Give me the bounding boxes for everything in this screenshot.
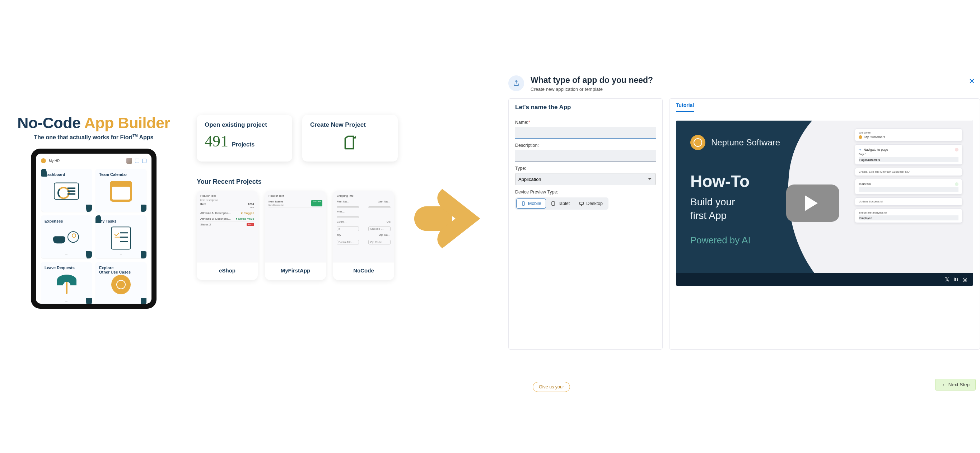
type-label: Type: bbox=[515, 166, 656, 171]
segment-tablet[interactable]: Tablet bbox=[546, 199, 574, 208]
recent-projects-row: Header Text item description Item1234Uni… bbox=[197, 191, 398, 280]
dialog-subtitle: Create new application or template bbox=[531, 86, 653, 92]
tablet-frame: My HR Dashboard— Team Calendar— Expenses… bbox=[31, 149, 156, 309]
hero-title-a: No-Code bbox=[17, 114, 84, 131]
dialog-title: What type of app do you need? bbox=[531, 75, 653, 85]
arrow-icon bbox=[409, 177, 492, 261]
create-project-card[interactable]: Create New Project bbox=[302, 115, 398, 162]
tile-my-tasks[interactable]: My Tasks— bbox=[95, 215, 146, 258]
recent-projects-heading: Your Recent Projects bbox=[197, 178, 398, 186]
segment-mobile[interactable]: Mobile bbox=[516, 199, 546, 208]
tablet-screen: My HR Dashboard— Team Calendar— Expenses… bbox=[36, 154, 151, 304]
recent-project-nocode[interactable]: Shipping Info First Na…Last Na… Pho… Cou… bbox=[333, 191, 394, 280]
gear-icon bbox=[142, 159, 146, 163]
launchpad-title: My HR bbox=[49, 159, 60, 163]
svg-rect-3 bbox=[580, 202, 584, 205]
tile-team-calendar[interactable]: Team Calendar— bbox=[95, 169, 146, 212]
expenses-icon bbox=[53, 230, 80, 246]
name-app-panel: Let's name the App Name:* Description: T… bbox=[508, 99, 663, 350]
video-social-bar: 𝕏 in ◎ bbox=[676, 273, 973, 286]
launchpad-header: My HR bbox=[41, 158, 146, 164]
project-name: NoCode bbox=[333, 262, 394, 280]
tasks-icon bbox=[111, 227, 131, 250]
feedback-button[interactable]: Give us your bbox=[533, 382, 570, 392]
create-project-title: Create New Project bbox=[310, 121, 366, 129]
create-app-dialog: What type of app do you need? Create new… bbox=[506, 74, 980, 378]
recent-project-myfirstapp[interactable]: Header Text Item NameItem DescriptionSuc… bbox=[265, 191, 326, 280]
preview-type-label: Device Preview Type: bbox=[515, 189, 656, 195]
video-brand: Neptune Software bbox=[690, 135, 780, 150]
tile-explore[interactable]: Explore Other Use Cases bbox=[95, 262, 146, 304]
palm-icon bbox=[56, 274, 77, 296]
project-count: 491 bbox=[205, 132, 228, 150]
project-name: MyFirstApp bbox=[265, 262, 326, 280]
device-preview-segmented: Mobile Tablet Desktop bbox=[515, 197, 608, 210]
calendar-icon bbox=[110, 181, 132, 202]
close-button[interactable]: ✕ bbox=[969, 77, 975, 86]
tile-dashboard[interactable]: Dashboard— bbox=[41, 169, 92, 212]
panel-title: Let's name the App bbox=[509, 99, 662, 116]
type-select[interactable]: Application bbox=[515, 173, 656, 185]
dashboard-icon bbox=[54, 183, 79, 200]
hero-block: No-Code App Builder The one that actuall… bbox=[10, 114, 177, 309]
search-icon bbox=[135, 159, 139, 163]
recent-project-eshop[interactable]: Header Text item description Item1234Uni… bbox=[197, 191, 258, 280]
export-icon bbox=[508, 75, 524, 91]
launchpad-tiles: Dashboard— Team Calendar— Expenses— My T… bbox=[41, 169, 146, 304]
brand-dot-icon bbox=[41, 158, 46, 163]
hero-title-b: App Builder bbox=[84, 114, 170, 131]
description-label: Description: bbox=[515, 143, 656, 148]
explore-icon bbox=[111, 275, 130, 294]
project-name: eShop bbox=[197, 262, 258, 280]
tile-expenses[interactable]: Expenses— bbox=[41, 215, 92, 258]
segment-desktop[interactable]: Desktop bbox=[574, 199, 608, 208]
video-ui-mock: WelcomeMy Customers ↪Navigate to pagePag… bbox=[855, 129, 963, 226]
tutorial-video[interactable]: Neptune Software How-To Build yourfirst … bbox=[676, 121, 973, 286]
twitter-icon: 𝕏 bbox=[945, 276, 950, 283]
tutorial-panel: Tutorial Neptune Software How-To Build y… bbox=[669, 99, 980, 350]
play-button-icon[interactable] bbox=[786, 184, 839, 222]
tile-leave-requests[interactable]: Leave Requests— bbox=[41, 262, 92, 304]
hero-subtitle: The one that actually works for FioriTM … bbox=[10, 134, 177, 141]
next-step-button[interactable]: Next Step bbox=[935, 379, 976, 391]
project-thumbnail: Header Text item description Item1234Uni… bbox=[197, 191, 258, 262]
name-input[interactable] bbox=[515, 127, 656, 138]
avatar bbox=[126, 158, 132, 164]
svg-rect-1 bbox=[522, 202, 525, 206]
description-input[interactable] bbox=[515, 150, 656, 162]
open-project-card[interactable]: Open existing project 491 Projects bbox=[197, 115, 292, 162]
hero-title: No-Code App Builder bbox=[10, 114, 177, 132]
video-headline: How-To Build yourfirst App Powered by AI bbox=[690, 172, 751, 246]
svg-rect-2 bbox=[552, 202, 555, 206]
name-label: Name:* bbox=[515, 120, 656, 125]
instagram-icon: ◎ bbox=[963, 276, 967, 283]
tab-tutorial[interactable]: Tutorial bbox=[676, 102, 694, 112]
brand-logo-icon bbox=[690, 135, 705, 150]
dialog-header: What type of app do you need? Create new… bbox=[506, 74, 980, 99]
project-thumbnail: Header Text Item NameItem DescriptionSuc… bbox=[265, 191, 326, 262]
project-count-label: Projects bbox=[232, 141, 255, 148]
workspace-column: Open existing project 491 Projects Creat… bbox=[197, 115, 398, 280]
linkedin-icon: in bbox=[954, 276, 958, 283]
create-project-icon bbox=[342, 134, 358, 152]
project-thumbnail: Shipping Info First Na…Last Na… Pho… Cou… bbox=[333, 191, 394, 262]
open-project-title: Open existing project bbox=[205, 121, 284, 129]
